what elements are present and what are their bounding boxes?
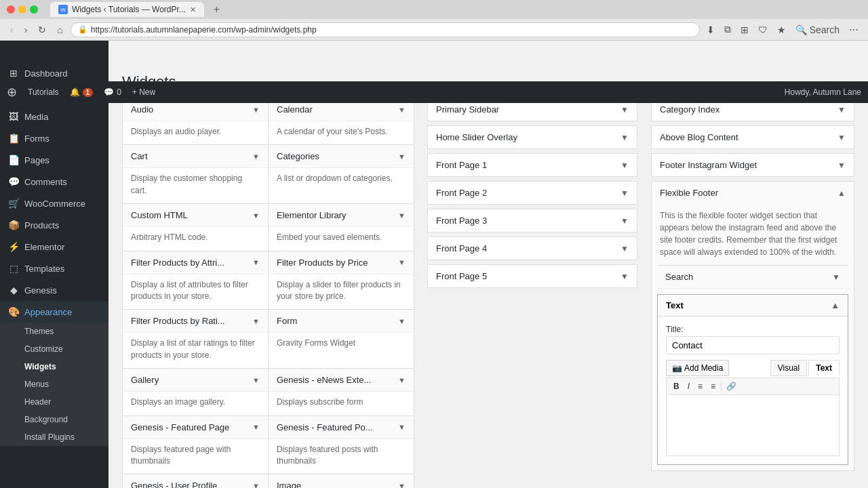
wp-logo-item[interactable]: ⊕: [7, 85, 17, 100]
text-widget-container: Text ▲ Title: 📷 Add Media: [657, 294, 848, 465]
notification-item[interactable]: 🔔 1: [70, 87, 94, 97]
widget-header-cart[interactable]: Cart ▼: [123, 145, 268, 168]
widget-header-genesis-featured-page[interactable]: Genesis - Featured Page ▼: [123, 416, 268, 439]
title-field-input[interactable]: [666, 336, 840, 354]
tab-close-icon[interactable]: ✕: [190, 5, 196, 14]
downloads-icon[interactable]: ⬇: [704, 23, 717, 37]
widget-header-filter-price[interactable]: Filter Products by Price ▼: [269, 251, 414, 274]
browser-tab[interactable]: W Widgets ‹ Tutorials — WordPr... ✕: [50, 2, 204, 17]
widget-item-form: Form ▼ Gravity Forms Widget: [268, 309, 414, 369]
text-widget-header[interactable]: Text ▲: [658, 295, 848, 317]
italic-button[interactable]: I: [684, 380, 693, 392]
link-button[interactable]: 🔗: [723, 380, 740, 392]
add-media-button[interactable]: 📷 Add Media: [666, 360, 729, 376]
widget-header-custom-html[interactable]: Custom HTML ▼: [123, 204, 268, 227]
maximize-dot[interactable]: [30, 5, 38, 14]
sidebar-front-page-3: Front Page 3 ▼: [427, 209, 637, 232]
sidebar-item-install-plugins[interactable]: Install Plugins: [0, 428, 108, 446]
sidebar-front-1-header[interactable]: Front Page 1 ▼: [428, 154, 637, 176]
sidebar-item-widgets[interactable]: Widgets: [0, 358, 108, 375]
widget-header-gallery[interactable]: Gallery ▼: [123, 369, 268, 392]
unordered-list-button[interactable]: ≡: [694, 380, 706, 392]
text-tab[interactable]: Text: [808, 360, 840, 376]
sidebar-item-menus[interactable]: Menus: [0, 375, 108, 393]
widget-header-genesis-enews[interactable]: Genesis - eNews Exte... ▼: [269, 369, 414, 392]
widget-desc-filter-price: Display a slider to filter products in y…: [269, 274, 414, 310]
widget-header-image[interactable]: Image ▼: [269, 474, 414, 488]
bookmark-icon[interactable]: ★: [774, 23, 789, 37]
sidebar-primary-arrow: ▼: [620, 105, 629, 115]
search-widget-header[interactable]: Search ▼: [657, 266, 848, 289]
sidebar-item-forms[interactable]: 📋 Forms: [0, 127, 108, 149]
widget-header-genesis-user-profile[interactable]: Genesis - User Profile ▼: [123, 474, 268, 488]
bell-icon: 🔔: [70, 87, 80, 97]
sidebar-item-background[interactable]: Background: [0, 411, 108, 428]
sidebar-item-products[interactable]: 📦 Products: [0, 214, 108, 236]
ssl-icon: 🔒: [78, 25, 87, 34]
widget-header-filter-rating[interactable]: Filter Products by Rati... ▼: [123, 310, 268, 333]
widget-title-filter-price: Filter Products by Price: [277, 258, 368, 268]
comment-item[interactable]: 💬 0: [104, 87, 121, 97]
visual-tab[interactable]: Visual: [770, 360, 807, 376]
templates-icon: ⬚: [8, 263, 19, 274]
widget-arrow-filter-attr: ▼: [252, 258, 260, 266]
sidebar-item-pages[interactable]: 📄 Pages: [0, 149, 108, 171]
address-bar[interactable]: 🔒 https://tutorials.autumnlanepaperie.co…: [71, 22, 700, 37]
sidebar-footer-insta-header[interactable]: Footer Instagram Widget ▼: [652, 154, 854, 176]
sidebar-front-4-header[interactable]: Front Page 4 ▼: [428, 237, 637, 260]
admin-bar-right: Howdy, Autumn Lane: [785, 87, 861, 97]
home-button[interactable]: ⌂: [54, 23, 66, 37]
sidebar-item-woocommerce[interactable]: 🛒 WooCommerce: [0, 192, 108, 214]
new-tab-button[interactable]: +: [214, 3, 220, 16]
widget-item-categories: Categories ▼ A list or dropdown of categ…: [268, 144, 414, 204]
browser-titlebar: W Widgets ‹ Tutorials — WordPr... ✕ +: [0, 0, 868, 19]
sidebar-item-appearance[interactable]: 🎨 Appearance: [0, 301, 108, 323]
shield-icon[interactable]: 🛡: [755, 23, 770, 37]
widget-item-filter-rating: Filter Products by Rati... ▼ Display a l…: [122, 309, 269, 369]
widget-header-categories[interactable]: Categories ▼: [269, 145, 414, 168]
search-icon[interactable]: 🔍 Search: [793, 23, 842, 37]
sidebar-label-appearance: Appearance: [24, 307, 72, 317]
sidebar-footer-instagram: Footer Instagram Widget ▼: [651, 153, 854, 177]
sidebar-flexible-footer-header[interactable]: Flexible Footer ▲: [652, 182, 854, 204]
widget-header-form[interactable]: Form ▼: [269, 310, 414, 333]
bold-button[interactable]: B: [670, 380, 683, 392]
site-name-item[interactable]: Tutorials: [28, 87, 59, 97]
sidebar-front-5-header[interactable]: Front Page 5 ▼: [428, 265, 637, 287]
widget-header-filter-attr[interactable]: Filter Products by Attri... ▼: [123, 251, 268, 274]
sidebar-item-comments[interactable]: 💬 Comments: [0, 171, 108, 192]
tab-manager-icon[interactable]: ⊞: [738, 23, 751, 37]
extensions-icon[interactable]: ⧉: [722, 22, 734, 37]
widget-header-elementor-library[interactable]: Elementor Library ▼: [269, 204, 414, 227]
new-item[interactable]: + New: [132, 87, 155, 97]
widget-arrow-gallery: ▼: [252, 376, 260, 384]
sidebar-item-media[interactable]: 🖼 Media: [0, 106, 108, 127]
admin-bar: ⊕ Tutorials 🔔 1 💬 0 + New Howdy, Autumn …: [0, 81, 868, 103]
text-widget-collapse-arrow[interactable]: ▲: [831, 300, 840, 310]
sidebar-item-header[interactable]: Header: [0, 393, 108, 411]
sidebar-item-genesis[interactable]: ◆ Genesis: [0, 279, 108, 301]
title-field-row: Title:: [666, 325, 840, 354]
appearance-icon: 🎨: [8, 306, 19, 317]
back-button[interactable]: ‹: [7, 23, 17, 37]
more-icon[interactable]: ⋯: [846, 23, 861, 37]
sidebar-item-themes[interactable]: Themes: [0, 323, 108, 340]
widget-item-genesis-user-profile: Genesis - User Profile ▼: [122, 474, 269, 488]
sidebar-front-2-header[interactable]: Front Page 2 ▼: [428, 182, 637, 204]
widget-item-filter-price: Filter Products by Price ▼ Display a sli…: [268, 251, 414, 310]
widget-header-genesis-featured-post[interactable]: Genesis - Featured Po... ▼: [269, 416, 414, 439]
ordered-list-button[interactable]: ≡: [707, 380, 722, 392]
sidebar-home-slider-header[interactable]: Home Slider Overlay ▼: [428, 126, 637, 148]
sidebar-front-3-header[interactable]: Front Page 3 ▼: [428, 209, 637, 232]
text-editor-content[interactable]: [666, 395, 840, 456]
widget-item-audio: Audio ▼ Displays an audio player.: [122, 98, 269, 145]
sidebar-item-templates[interactable]: ⬚ Templates: [0, 258, 108, 279]
sidebar-item-elementor[interactable]: ⚡ Elementor: [0, 236, 108, 258]
forward-button[interactable]: ›: [21, 23, 31, 37]
refresh-button[interactable]: ↻: [35, 23, 50, 37]
minimize-dot[interactable]: [18, 5, 26, 14]
sidebar-item-customize[interactable]: Customize: [0, 340, 108, 358]
close-dot[interactable]: [7, 5, 15, 14]
sidebar-home-slider-arrow: ▼: [620, 133, 629, 142]
sidebar-above-blog-header[interactable]: Above Blog Content ▼: [652, 126, 854, 148]
